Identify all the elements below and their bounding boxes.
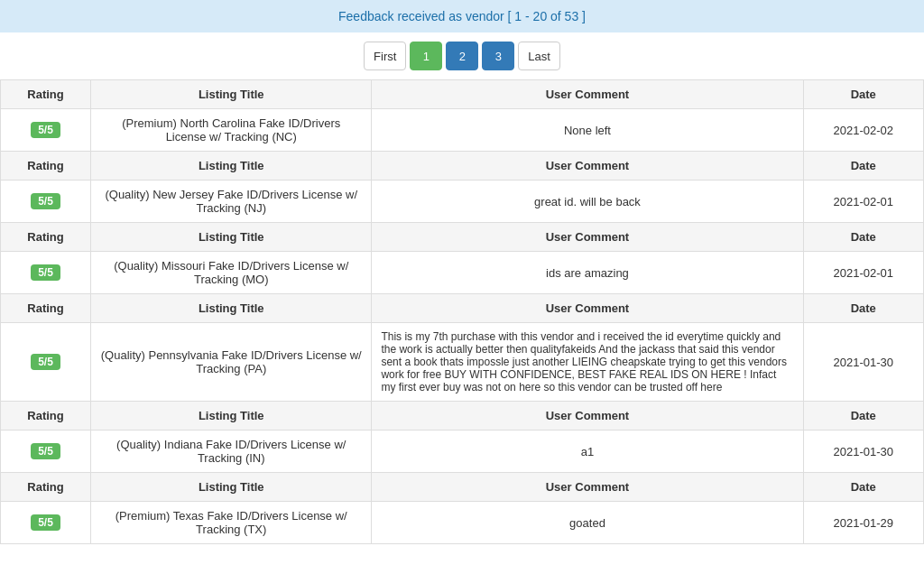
col-header-rating-6: Rating (1, 473, 91, 502)
col-header-comment-2: User Comment (372, 152, 803, 181)
rating-badge: 5/5 (31, 122, 60, 138)
col-header-comment-5: User Comment (372, 402, 803, 430)
table-row: 5/5 (Quality) New Jersey Fake ID/Drivers… (1, 181, 924, 223)
cell-listing: (Quality) New Jersey Fake ID/Drivers Lic… (91, 181, 372, 223)
cell-listing: (Quality) Indiana Fake ID/Drivers Licens… (91, 430, 372, 473)
page-header: Feedback received as vendor [ 1 - 20 of … (0, 0, 924, 32)
col-header-rating-5: Rating (1, 402, 91, 430)
table-header-row-6: Rating Listing Title User Comment Date (1, 473, 924, 502)
cell-rating: 5/5 (1, 252, 91, 294)
cell-listing: (Quality) Missouri Fake ID/Drivers Licen… (91, 252, 372, 294)
col-header-date-2: Date (803, 152, 923, 181)
cell-comment: goated (372, 502, 803, 544)
header-title: Feedback received as vendor [ 1 - 20 of … (338, 9, 586, 23)
pagination-last[interactable]: Last (518, 42, 560, 70)
col-header-listing-4: Listing Title (91, 294, 372, 323)
table-row: 5/5 (Premium) Texas Fake ID/Drivers Lice… (1, 502, 924, 544)
table-header-row-4: Rating Listing Title User Comment Date (1, 294, 924, 323)
cell-rating: 5/5 (1, 109, 91, 152)
page-wrapper: Feedback received as vendor [ 1 - 20 of … (0, 0, 924, 574)
col-header-comment-4: User Comment (372, 294, 803, 323)
col-header-date-3: Date (803, 223, 923, 252)
cell-date: 2021-02-02 (803, 109, 923, 152)
pagination-page-1[interactable]: 1 (410, 42, 442, 70)
table-header-row-1: Rating Listing Title User Comment Date (1, 80, 924, 109)
cell-rating: 5/5 (1, 430, 91, 473)
rating-badge: 5/5 (31, 264, 60, 281)
cell-listing: (Premium) North Carolina Fake ID/Drivers… (91, 109, 372, 152)
cell-date: 2021-02-01 (803, 181, 923, 223)
col-header-date-5: Date (803, 402, 923, 430)
cell-comment: ids are amazing (372, 252, 803, 294)
col-header-listing-1: Listing Title (91, 80, 372, 109)
rating-badge: 5/5 (31, 514, 60, 531)
col-header-date-1: Date (803, 80, 923, 109)
cell-rating: 5/5 (1, 181, 91, 223)
table-row: 5/5 (Quality) Missouri Fake ID/Drivers L… (1, 252, 924, 294)
col-header-listing-2: Listing Title (91, 152, 372, 181)
cell-date: 2021-01-30 (803, 430, 923, 473)
col-header-rating-2: Rating (1, 152, 91, 181)
cell-date: 2021-01-30 (803, 323, 923, 402)
table-header-row-2: Rating Listing Title User Comment Date (1, 152, 924, 181)
cell-comment: This is my 7th purchase with this vendor… (372, 323, 803, 402)
rating-badge: 5/5 (31, 443, 60, 459)
pagination-first[interactable]: First (364, 42, 406, 70)
table-row: 5/5 (Quality) Pennsylvania Fake ID/Drive… (1, 323, 924, 402)
rating-badge: 5/5 (31, 354, 60, 370)
table-header-row-3: Rating Listing Title User Comment Date (1, 223, 924, 252)
cell-comment: great id. will be back (372, 181, 803, 223)
table-header-row-5: Rating Listing Title User Comment Date (1, 402, 924, 430)
pagination-bar: First 1 2 3 Last (0, 32, 924, 79)
table-row: 5/5 (Premium) North Carolina Fake ID/Dri… (1, 109, 924, 152)
col-header-comment-1: User Comment (372, 80, 803, 109)
col-header-listing-3: Listing Title (91, 223, 372, 252)
cell-comment: None left (372, 109, 803, 152)
col-header-rating-4: Rating (1, 294, 91, 323)
cell-date: 2021-02-01 (803, 252, 923, 294)
cell-date: 2021-01-29 (803, 502, 923, 544)
col-header-comment-6: User Comment (372, 473, 803, 502)
cell-listing: (Premium) Texas Fake ID/Drivers License … (91, 502, 372, 544)
cell-listing: (Quality) Pennsylvania Fake ID/Drivers L… (91, 323, 372, 402)
col-header-date-4: Date (803, 294, 923, 323)
feedback-table: Rating Listing Title User Comment Date 5… (0, 79, 924, 544)
col-header-comment-3: User Comment (372, 223, 803, 252)
pagination-page-3[interactable]: 3 (482, 42, 514, 70)
col-header-listing-5: Listing Title (91, 402, 372, 430)
cell-rating: 5/5 (1, 323, 91, 402)
col-header-listing-6: Listing Title (91, 473, 372, 502)
pagination-page-2[interactable]: 2 (446, 42, 478, 70)
col-header-rating-1: Rating (1, 80, 91, 109)
cell-comment: a1 (372, 430, 803, 473)
table-row: 5/5 (Quality) Indiana Fake ID/Drivers Li… (1, 430, 924, 473)
rating-badge: 5/5 (31, 193, 60, 209)
col-header-rating-3: Rating (1, 223, 91, 252)
cell-rating: 5/5 (1, 502, 91, 544)
col-header-date-6: Date (803, 473, 923, 502)
